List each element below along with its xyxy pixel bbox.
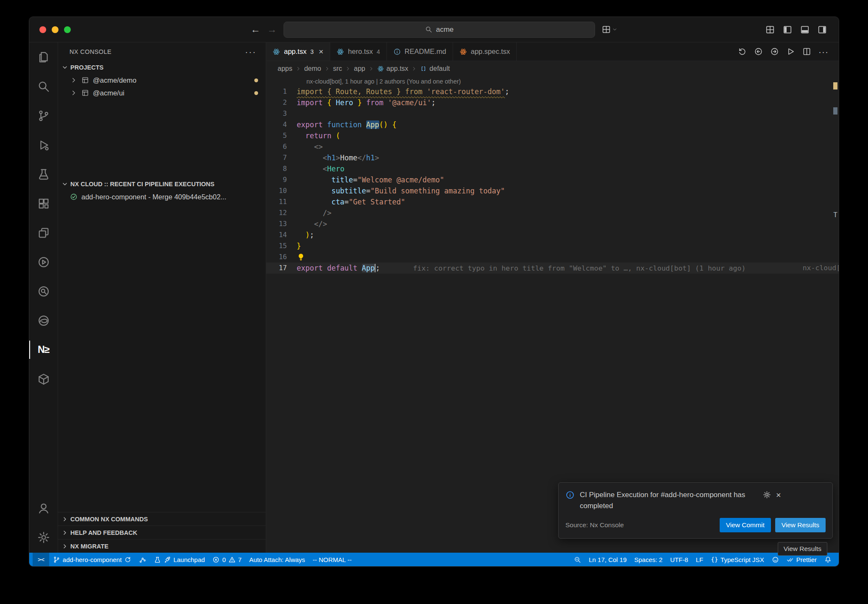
minimize-window-button[interactable] (52, 26, 58, 33)
code-line-11[interactable]: 11 cta="Get Started" (266, 196, 839, 207)
pipeline-execution-item[interactable]: add-hero-component - Merge 409b44e5cb02.… (58, 190, 266, 203)
code-line-8[interactable]: 8 <Hero (266, 163, 839, 174)
tab-app.tsx[interactable]: app.tsx3× (266, 42, 330, 61)
code-line-2[interactable]: 2import { Hero } from '@acme/ui'; (266, 97, 839, 108)
code-line-16[interactable]: 16 (266, 252, 839, 263)
code-line-3[interactable]: 3 (266, 108, 839, 119)
activity-play-circle[interactable] (29, 247, 58, 277)
code-content: export function App() { (297, 119, 397, 130)
status-bar: ><add-hero-componentLaunchpad07Auto Atta… (29, 553, 839, 566)
status-launchpad[interactable]: Launchpad (150, 553, 209, 566)
notification-settings-icon[interactable] (763, 491, 771, 499)
activity-package[interactable] (29, 364, 58, 394)
tab-README.md[interactable]: README.md (387, 42, 453, 61)
activity-search-circle[interactable] (29, 277, 58, 306)
code-line-4[interactable]: 4export function App() { (266, 119, 839, 130)
status-text: -- NORMAL -- (313, 556, 352, 563)
code-line-5[interactable]: 5 return ( (266, 130, 839, 141)
zoom-window-button[interactable] (64, 26, 71, 33)
activity-search[interactable] (29, 72, 58, 101)
status-problems[interactable]: 07 (209, 553, 245, 566)
go-forward-circle-icon[interactable] (770, 47, 779, 56)
code-line-12[interactable]: 12 /> (266, 207, 839, 218)
status-language-mode[interactable]: {}TypeScript JSX (707, 553, 768, 566)
toggle-panel-right-icon[interactable] (818, 25, 827, 34)
activity-edge-devtools[interactable] (29, 306, 58, 335)
tab-app.spec.tsx[interactable]: app.spec.tsx (453, 42, 517, 61)
code-line-6[interactable]: 6 <> (266, 141, 839, 152)
activity-source-control[interactable] (29, 101, 58, 130)
status-remote-indicator[interactable]: >< (33, 553, 49, 566)
codelens[interactable]: nx-cloud[bot], 1 hour ago | 2 authors (Y… (306, 77, 839, 86)
code-line-13[interactable]: 13 </> (266, 218, 839, 229)
line-number: 17 (266, 263, 297, 274)
code-line-7[interactable]: 7 <h1>Home</h1> (266, 152, 839, 163)
status-encoding[interactable]: UTF-8 (666, 553, 692, 566)
code-line-15[interactable]: 15} (266, 240, 839, 252)
status-indentation[interactable]: Spaces: 2 (631, 553, 667, 566)
customize-layout-icon[interactable] (765, 25, 775, 34)
section-nx-cloud[interactable]: NX CLOUD :: RECENT CI PIPELINE EXECUTION… (58, 178, 266, 190)
code-content: <h1>Home</h1> (297, 152, 379, 163)
status-vim-mode[interactable]: -- NORMAL -- (309, 553, 356, 566)
section-nx-migrate[interactable]: NX MIGRATE (58, 539, 266, 553)
profile-icon (602, 25, 611, 34)
status-eol[interactable]: LF (692, 553, 707, 566)
toggle-panel-left-icon[interactable] (783, 25, 792, 34)
project-item[interactable]: @acme/demo (58, 74, 266, 87)
status-cursor-position[interactable]: Ln 17, Col 19 (585, 553, 630, 566)
view-commit-button[interactable]: View Commit (720, 518, 771, 532)
code-line-1[interactable]: 1import { Route, Routes } from 'react-ro… (266, 86, 839, 97)
project-item[interactable]: @acme/ui (58, 87, 266, 99)
rocket-icon (164, 556, 171, 563)
section-projects-label: PROJECTS (70, 64, 103, 71)
code-line-17[interactable]: 17nx-cloud[bexport default App;fix: corr… (266, 263, 839, 274)
notification-close-icon[interactable]: × (776, 491, 781, 511)
breadcrumb-demo[interactable]: demo (304, 65, 321, 73)
more-actions-icon[interactable]: ··· (818, 47, 829, 57)
open-changes-icon[interactable] (738, 47, 747, 56)
section-help-and-feedback[interactable]: HELP AND FEEDBACK (58, 526, 266, 539)
breadcrumb-default[interactable]: default (420, 65, 450, 73)
tab-hero.tsx[interactable]: hero.tsx4 (330, 42, 387, 61)
section-projects[interactable]: PROJECTS (58, 61, 266, 74)
activity-settings[interactable] (29, 523, 58, 552)
activity-testing[interactable] (29, 159, 58, 189)
breadcrumb-apps[interactable]: apps (278, 65, 292, 73)
activity-account[interactable] (29, 493, 58, 523)
code-line-9[interactable]: 9 title="Welcome @acme/demo" (266, 174, 839, 185)
status-auto-attach[interactable]: Auto Attach: Always (245, 553, 309, 566)
vscode-window: ← → acme N≥ NX CONSOLE ··· PROJECTS@acme… (29, 17, 839, 567)
code-content: import { Route, Routes } from 'react-rou… (297, 86, 509, 97)
go-back-circle-icon[interactable] (754, 47, 763, 56)
command-center-search[interactable]: acme (284, 22, 595, 38)
history-forward-button[interactable]: → (267, 24, 277, 35)
activity-run-debug[interactable] (29, 130, 58, 159)
history-back-button[interactable]: ← (250, 24, 260, 35)
status-gitlens-graph[interactable] (135, 553, 150, 566)
section-common-nx-commands[interactable]: COMMON NX COMMANDS (58, 512, 266, 526)
close-tab-icon[interactable]: × (319, 47, 323, 56)
more-actions-icon[interactable]: ··· (245, 47, 256, 57)
close-window-button[interactable] (39, 26, 46, 33)
status-zoom[interactable] (570, 553, 585, 566)
breadcrumb-src[interactable]: src (333, 65, 342, 73)
code-content (297, 252, 305, 263)
profile-menu-button[interactable] (602, 25, 618, 34)
activity-extensions[interactable] (29, 189, 58, 218)
split-editor-icon[interactable] (802, 47, 811, 56)
code-line-10[interactable]: 10 subtitle="Build something amazing tod… (266, 185, 839, 196)
graph-icon (139, 556, 146, 563)
breadcrumb-app[interactable]: app (354, 65, 365, 73)
status-git-branch[interactable]: add-hero-component (49, 553, 135, 566)
react-test-icon (459, 48, 467, 56)
code-line-14[interactable]: 14 ); (266, 229, 839, 240)
activity-editor-copies[interactable] (29, 218, 58, 247)
toggle-panel-bottom-icon[interactable] (800, 25, 810, 34)
activity-explorer[interactable] (29, 42, 58, 72)
view-results-button[interactable]: View Results (775, 518, 826, 532)
activity-nx-console[interactable]: N≥ (29, 335, 58, 364)
breadcrumb-app.tsx[interactable]: app.tsx (377, 65, 409, 73)
code-editor[interactable]: nx-cloud[bot], 1 hour ago | 2 authors (Y… (266, 76, 839, 553)
run-file-icon[interactable] (786, 47, 795, 56)
